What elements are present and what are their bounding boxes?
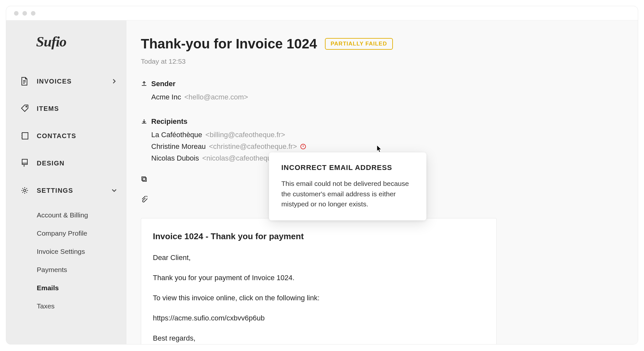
- chevron-right-icon: [112, 79, 117, 84]
- copy-icon[interactable]: [141, 175, 151, 182]
- recipient-name: Christine Moreau: [151, 142, 206, 151]
- chevron-down-icon: [112, 188, 117, 193]
- brush-icon: [20, 158, 37, 168]
- subnav-taxes[interactable]: Taxes: [37, 297, 127, 315]
- nav-label: ITEMS: [37, 105, 59, 112]
- settings-subnav: Account & Billing Company Profile Invoic…: [6, 204, 127, 315]
- sender-email: <hello@acme.com>: [184, 93, 248, 101]
- sender-line: Acme Inc <hello@acme.com>: [151, 91, 624, 103]
- page-title: Thank-you for Invoice 1024: [141, 36, 317, 52]
- sidebar-item-settings[interactable]: SETTINGS: [6, 177, 127, 204]
- page-header: Thank-you for Invoice 1024 PARTIALLY FAI…: [141, 36, 624, 52]
- svg-rect-7: [142, 177, 145, 180]
- tag-icon: [20, 104, 37, 113]
- tooltip-title: INCORRECT EMAIL ADDRESS: [281, 163, 414, 172]
- brand-logo[interactable]: Sufio: [6, 33, 127, 50]
- sidebar-item-invoices[interactable]: INVOICES: [6, 68, 127, 95]
- email-line: To view this invoice online, click on th…: [153, 293, 485, 303]
- subnav-invoice-settings[interactable]: Invoice Settings: [37, 242, 127, 261]
- subnav-company-profile[interactable]: Company Profile: [37, 224, 127, 242]
- app-body: Sufio INVOICES ITEMS: [6, 20, 638, 344]
- email-link[interactable]: https://acme.sufio.com/cxbvv6p6ub: [153, 313, 485, 323]
- email-line: Thank you for your payment of Invoice 10…: [153, 273, 485, 283]
- nav-label: CONTACTS: [37, 132, 76, 140]
- svg-rect-6: [143, 178, 146, 181]
- recipient-name: Nicolas Dubois: [151, 154, 199, 162]
- email-subject: Invoice 1024 - Thank you for payment: [153, 231, 485, 241]
- nav-label: SETTINGS: [37, 187, 73, 194]
- contacts-icon: [20, 131, 37, 140]
- email-greeting: Dear Client,: [153, 253, 485, 263]
- svg-point-3: [24, 189, 26, 192]
- nav-label: DESIGN: [37, 160, 65, 167]
- app-window: Sufio INVOICES ITEMS: [6, 6, 638, 344]
- main-content: Thank-you for Invoice 1024 PARTIALLY FAI…: [127, 20, 638, 344]
- error-tooltip: INCORRECT EMAIL ADDRESS This email could…: [269, 152, 426, 220]
- error-icon[interactable]: [300, 144, 306, 150]
- status-badge: PARTIALLY FAILED: [325, 38, 393, 50]
- sidebar-item-contacts[interactable]: CONTACTS: [6, 122, 127, 150]
- recipient-row: La Caféothèque <billing@cafeotheque.fr>: [151, 129, 624, 141]
- subnav-emails[interactable]: Emails: [37, 279, 127, 297]
- sidebar-item-design[interactable]: DESIGN: [6, 150, 127, 177]
- sender-label: Sender: [151, 80, 624, 88]
- subnav-payments[interactable]: Payments: [37, 261, 127, 279]
- svg-rect-1: [22, 133, 28, 139]
- paperclip-icon[interactable]: [141, 195, 151, 203]
- recipient-name: La Caféothèque: [151, 131, 202, 139]
- sender-section: Sender Acme Inc <hello@acme.com>: [141, 80, 624, 103]
- window-close-dot[interactable]: [14, 11, 19, 16]
- timestamp: Today at 12:53: [141, 58, 624, 65]
- svg-point-0: [26, 106, 27, 107]
- svg-rect-2: [22, 159, 27, 163]
- sidebar: Sufio INVOICES ITEMS: [6, 20, 127, 344]
- window-minimize-dot[interactable]: [22, 11, 27, 16]
- invoice-icon: [20, 77, 37, 86]
- email-preview-card: Invoice 1024 - Thank you for payment Dea…: [141, 218, 497, 344]
- window-titlebar: [6, 6, 638, 20]
- subnav-account-billing[interactable]: Account & Billing: [37, 206, 127, 224]
- sender-name: Acme Inc: [151, 93, 181, 101]
- upload-icon: [141, 80, 151, 103]
- recipients-label: Recipients: [151, 117, 624, 126]
- recipient-email: <christine@cafeotheque.fr>: [209, 142, 297, 151]
- download-icon: [141, 117, 151, 164]
- tooltip-body: This email could not be delivered becaus…: [281, 178, 414, 209]
- window-maximize-dot[interactable]: [31, 11, 35, 16]
- email-signoff: Best regards,: [153, 333, 485, 344]
- gear-icon: [20, 186, 37, 195]
- email-signoff-name: Acme Inc: [153, 343, 485, 344]
- recipient-row: Christine Moreau <christine@cafeotheque.…: [151, 141, 624, 152]
- recipient-email: <billing@cafeotheque.fr>: [206, 131, 285, 139]
- sidebar-item-items[interactable]: ITEMS: [6, 95, 127, 122]
- nav-label: INVOICES: [37, 78, 72, 85]
